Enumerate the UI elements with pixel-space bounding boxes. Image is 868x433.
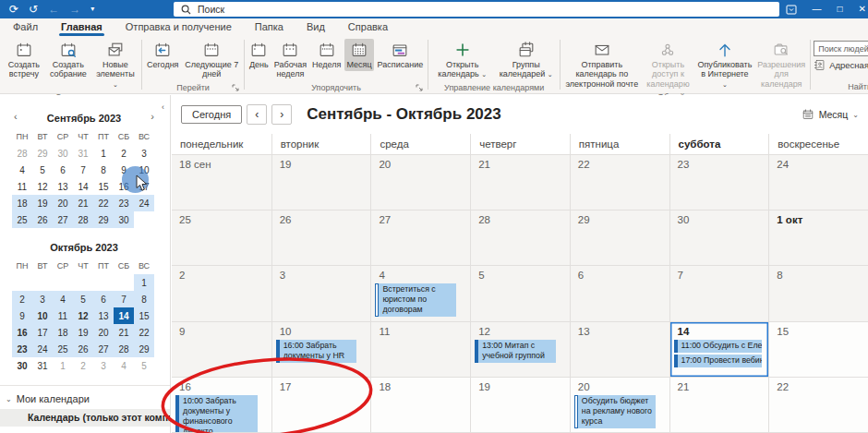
mini-day[interactable]: 18 (12, 195, 32, 211)
day-cell[interactable]: 20Обсудить бюджет на рекламу нового курс… (570, 378, 669, 433)
mini-day[interactable]: 8 (93, 162, 114, 178)
day-cell[interactable]: 24 (768, 155, 868, 210)
mini-day[interactable]: 31 (73, 145, 93, 162)
day-cell[interactable]: 1 окт (768, 210, 868, 266)
mini-day[interactable]: 25 (53, 341, 73, 357)
mini-day[interactable]: 20 (93, 324, 114, 341)
calendar-event[interactable]: Встретиться с юристом по договорам (375, 283, 456, 317)
mini-day[interactable]: 4 (53, 291, 73, 307)
mini-day[interactable]: 11 (12, 178, 32, 195)
mini-day[interactable]: 3 (93, 357, 114, 374)
undo-icon[interactable]: ↺ (29, 4, 38, 15)
mini-day[interactable]: 3 (32, 291, 53, 307)
search-bar[interactable]: Поиск (174, 2, 779, 17)
view-selector[interactable]: Месяц ⌄ (802, 108, 859, 121)
mini-day[interactable]: 26 (73, 341, 93, 357)
mini-day[interactable]: 24 (134, 195, 154, 211)
day-cell[interactable]: 20 (370, 155, 470, 210)
mini-day[interactable]: 19 (73, 324, 93, 341)
day-cell[interactable]: 9 (172, 322, 271, 378)
day-cell[interactable]: 30 (669, 210, 769, 266)
maximize-icon[interactable]: □ (838, 5, 843, 14)
next-7-days-button[interactable]: Следующие 7 дней (183, 39, 242, 81)
day-cell[interactable]: 19 (271, 155, 371, 210)
mini-day[interactable]: 12 (32, 178, 53, 195)
day-cell[interactable]: 22 (768, 378, 868, 433)
work-week-view-button[interactable]: Рабочая неделя (272, 39, 308, 81)
mini-day[interactable]: 10 (32, 307, 53, 324)
day-cell[interactable]: 1610:00 Забрать документы у финансового … (172, 378, 271, 433)
day-cell[interactable]: 21 (470, 155, 570, 210)
day-cell[interactable]: 1213:00 Митап с учебной группой (470, 322, 570, 378)
publish-online-button[interactable]: Опубликовать в Интернете ⌄ (695, 39, 753, 90)
mini-day[interactable]: 9 (114, 162, 134, 178)
day-cell[interactable]: 1411:00 Обсудить с Елен...17:00 Провести… (669, 322, 769, 378)
mini-day[interactable]: 1 (93, 145, 114, 162)
open-calendar-button[interactable]: Открыть календарь ⌄ (431, 39, 493, 81)
day-cell[interactable]: 7 (669, 266, 769, 321)
calendar-event[interactable]: Обсудить бюджет на рекламу нового курса (574, 395, 656, 428)
day-cell[interactable]: 8 (768, 266, 868, 321)
mini-day[interactable]: 23 (114, 195, 134, 211)
mini-day[interactable]: 15 (93, 178, 114, 195)
calendar-event[interactable]: 11:00 Обсудить с Елен... (674, 340, 763, 353)
mini-day[interactable]: 5 (134, 357, 154, 374)
day-cell[interactable]: 6 (570, 266, 669, 321)
mini-day[interactable]: 13 (53, 178, 73, 195)
day-cell[interactable]: 22 (570, 155, 669, 210)
day-cell[interactable]: 15 (768, 322, 868, 378)
new-items-button[interactable]: Новые элементы ⌄ (92, 39, 139, 90)
mini-day[interactable]: 29 (134, 341, 154, 357)
calendar-list-item[interactable]: Календарь (только этот компьют... (0, 409, 170, 427)
minimize-icon[interactable]: — (813, 5, 822, 14)
mini-day[interactable]: 6 (53, 162, 73, 178)
day-cell[interactable]: 27 (370, 210, 470, 266)
mini-day[interactable]: 10 (134, 162, 154, 178)
next-period-button[interactable]: › (271, 104, 292, 125)
mini-day[interactable]: 29 (93, 211, 114, 228)
day-cell[interactable]: 28 (470, 210, 570, 266)
mini-day[interactable]: 17 (32, 324, 53, 341)
mini-day[interactable]: 20 (53, 195, 73, 211)
calendar-groups-button[interactable]: Группы календарей ⌄ (495, 39, 557, 81)
tab-view[interactable]: Вид (305, 19, 327, 35)
day-cell[interactable]: 1016:00 Забрать документы у HR (271, 322, 371, 378)
dialog-launcher-icon[interactable] (232, 84, 239, 91)
day-cell[interactable]: 25 (172, 210, 271, 266)
mini-day[interactable]: 9 (12, 307, 32, 324)
day-cell[interactable]: 2 (172, 266, 271, 321)
mini-day[interactable]: 28 (12, 145, 32, 162)
mini-day[interactable]: 28 (73, 211, 93, 228)
mini-day[interactable]: 27 (93, 341, 114, 357)
mini-day[interactable]: 26 (32, 211, 53, 228)
day-cell[interactable]: 3 (271, 266, 371, 321)
mini-day[interactable]: 8 (134, 291, 154, 307)
close-icon[interactable]: ✕ (859, 5, 866, 14)
new-meeting-button[interactable]: Создать собрание (46, 39, 90, 81)
mini-day[interactable]: 25 (12, 211, 32, 228)
mini-day[interactable]: 30 (114, 211, 134, 228)
mini-day[interactable]: 4 (12, 162, 32, 178)
mini-day[interactable]: 14 (73, 178, 93, 195)
mini-day[interactable]: 5 (73, 291, 93, 307)
calendar-event[interactable]: 13:00 Митап с учебной группой (475, 340, 556, 363)
day-cell[interactable]: 13 (570, 322, 669, 378)
today-button[interactable]: Сегодня (181, 105, 242, 124)
calendar-event[interactable]: 16:00 Забрать документы у HR (276, 340, 357, 363)
mini-day[interactable]: 15 (134, 307, 154, 324)
mini-day[interactable]: 21 (114, 324, 134, 341)
tab-help[interactable]: Справка (346, 19, 390, 35)
sidebar-collapse-icon[interactable]: ‹ (162, 102, 164, 112)
previous-period-button[interactable]: ‹ (247, 104, 267, 125)
tab-send-receive[interactable]: Отправка и получение (124, 19, 234, 35)
dialog-launcher-icon[interactable] (416, 84, 423, 91)
mini-day[interactable]: 28 (114, 341, 134, 357)
mini-day[interactable]: 2 (73, 357, 93, 374)
my-calendars-header[interactable]: ⌄ Мои календари (0, 386, 170, 409)
mini-day[interactable]: 14 (114, 307, 134, 324)
tab-folder[interactable]: Папка (253, 19, 285, 35)
calendar-event[interactable]: 17:00 Провести вебин... (674, 355, 763, 367)
ribbon-display-icon[interactable] (786, 5, 797, 15)
new-appointment-button[interactable]: Создать встречу (4, 39, 44, 81)
schedule-view-button[interactable]: Расписание (376, 39, 426, 71)
